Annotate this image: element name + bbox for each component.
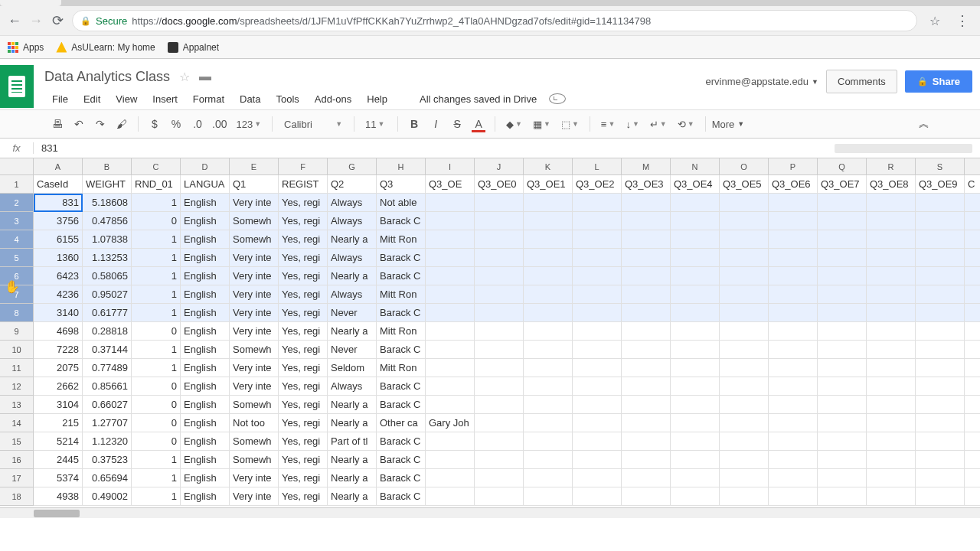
header-cell[interactable]: Q3_OE0	[475, 175, 524, 194]
header-cell[interactable]: Q3_OE4	[671, 175, 720, 194]
horizontal-scrollbar[interactable]	[0, 507, 980, 518]
italic-icon[interactable]: I	[426, 114, 446, 134]
cell[interactable]	[867, 432, 916, 451]
cell[interactable]: Somewh	[230, 396, 279, 414]
cell[interactable]	[720, 396, 769, 414]
rotate-icon[interactable]: ⟲▼	[673, 119, 699, 130]
cell[interactable]: 1	[132, 230, 181, 249]
cell[interactable]: Very inte	[230, 267, 279, 285]
cell[interactable]	[622, 322, 671, 341]
cell[interactable]: 3140	[34, 304, 83, 322]
cell[interactable]	[426, 341, 475, 359]
cell[interactable]: 1.12320	[83, 432, 132, 451]
cell[interactable]	[426, 304, 475, 322]
cell[interactable]: 0.47856	[83, 212, 132, 230]
header-cell[interactable]: CaseId	[34, 175, 83, 194]
cell[interactable]	[524, 451, 573, 469]
cell[interactable]	[573, 322, 622, 341]
cell[interactable]	[965, 212, 980, 230]
menu-add-ons[interactable]: Add-ons	[307, 90, 359, 108]
cell[interactable]: 1	[132, 249, 181, 267]
cell[interactable]	[965, 194, 980, 212]
cell[interactable]	[916, 267, 965, 285]
cell[interactable]	[769, 267, 818, 285]
cell[interactable]: Barack C	[377, 469, 426, 487]
cell[interactable]	[524, 432, 573, 451]
doc-title[interactable]: Data Analytics Class	[44, 69, 170, 85]
cell[interactable]	[426, 212, 475, 230]
cell[interactable]	[818, 230, 867, 249]
cell[interactable]	[426, 267, 475, 285]
cell[interactable]	[622, 230, 671, 249]
cell[interactable]	[475, 359, 524, 377]
cell[interactable]	[475, 267, 524, 285]
cell[interactable]: Nearly a	[328, 469, 377, 487]
cell[interactable]	[769, 230, 818, 249]
cell[interactable]	[916, 249, 965, 267]
folder-icon[interactable]: ▬	[199, 70, 211, 83]
cell[interactable]: 0.77489	[83, 359, 132, 377]
font-size-select[interactable]: 11▼	[361, 119, 391, 130]
text-color-icon[interactable]: A	[469, 114, 488, 134]
cell[interactable]: English	[181, 249, 230, 267]
header-cell[interactable]: LANGUA	[181, 175, 230, 194]
cell[interactable]	[671, 285, 720, 304]
cell[interactable]	[720, 267, 769, 285]
cell[interactable]: Yes, regi	[279, 304, 328, 322]
cell[interactable]	[867, 267, 916, 285]
cell[interactable]	[818, 487, 867, 506]
cell[interactable]	[573, 249, 622, 267]
cell[interactable]	[475, 414, 524, 432]
header-cell[interactable]: Q3_OE1	[524, 175, 573, 194]
strike-icon[interactable]: S	[447, 114, 467, 134]
cell[interactable]: English	[181, 285, 230, 304]
cell[interactable]	[916, 304, 965, 322]
cell[interactable]: 0.28818	[83, 322, 132, 341]
cell[interactable]	[720, 414, 769, 432]
history-icon[interactable]	[549, 93, 566, 104]
col-header-J[interactable]: J	[475, 158, 524, 175]
cell[interactable]	[818, 377, 867, 396]
cell[interactable]: 5.18608	[83, 194, 132, 212]
cell[interactable]	[524, 230, 573, 249]
cell[interactable]	[769, 285, 818, 304]
cell[interactable]: English	[181, 322, 230, 341]
cell[interactable]	[524, 359, 573, 377]
header-cell[interactable]: Q3_OE5	[720, 175, 769, 194]
cell[interactable]: 0.65694	[83, 469, 132, 487]
cell[interactable]: Mitt Ron	[377, 230, 426, 249]
cell[interactable]	[818, 469, 867, 487]
cell[interactable]	[720, 451, 769, 469]
header-cell[interactable]: REGIST	[279, 175, 328, 194]
cell[interactable]: 0.49002	[83, 487, 132, 506]
cell[interactable]	[867, 341, 916, 359]
user-email[interactable]: ervinme@appstate.edu▼	[705, 76, 818, 87]
cell[interactable]	[426, 322, 475, 341]
cell[interactable]	[671, 377, 720, 396]
cell[interactable]	[720, 377, 769, 396]
cell[interactable]	[573, 469, 622, 487]
cell[interactable]	[524, 249, 573, 267]
cell[interactable]: Somewh	[230, 432, 279, 451]
cell[interactable]	[867, 469, 916, 487]
cell[interactable]	[524, 212, 573, 230]
cell[interactable]	[720, 194, 769, 212]
cell[interactable]	[965, 469, 980, 487]
star-icon[interactable]: ☆	[179, 70, 190, 84]
header-cell[interactable]: Q3_OE2	[573, 175, 622, 194]
row-header[interactable]: 13	[0, 396, 34, 414]
cell[interactable]	[769, 194, 818, 212]
cell[interactable]	[524, 285, 573, 304]
header-cell[interactable]: Q3_OE3	[622, 175, 671, 194]
cell[interactable]: Barack C	[377, 341, 426, 359]
cell[interactable]: Nearly a	[328, 487, 377, 506]
cell[interactable]	[769, 469, 818, 487]
row-header[interactable]: 8	[0, 304, 34, 322]
cell[interactable]	[475, 396, 524, 414]
header-cell[interactable]: Q3_OE8	[867, 175, 916, 194]
cell[interactable]: Very inte	[230, 249, 279, 267]
number-format-select[interactable]: 123▼	[231, 119, 266, 130]
cell[interactable]: Nearly a	[328, 230, 377, 249]
cell[interactable]	[769, 377, 818, 396]
cell[interactable]	[916, 212, 965, 230]
